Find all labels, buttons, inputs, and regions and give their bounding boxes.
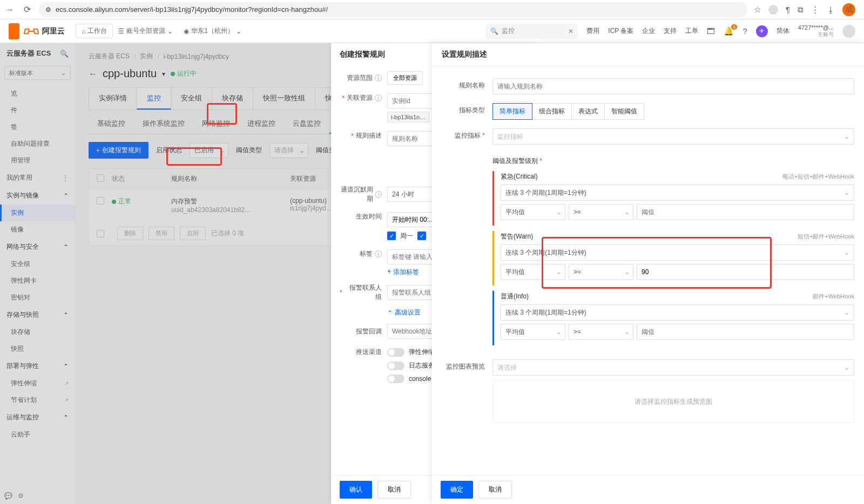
user-avatar-icon[interactable] xyxy=(842,25,855,38)
sidebar-cat-net[interactable]: 网络与安全⌃ xyxy=(0,238,75,256)
tab-snapgroup[interactable]: 快照一致性组 xyxy=(253,87,315,110)
preview-select[interactable]: 请选择⌄ xyxy=(492,359,854,376)
lang-switch[interactable]: 简体 xyxy=(777,26,789,36)
product-logo-icon[interactable] xyxy=(9,23,19,39)
enable-select[interactable]: 已启用 xyxy=(190,143,228,158)
type-combo[interactable]: 组合指标 xyxy=(532,103,572,120)
profile-avatar[interactable]: 成 xyxy=(842,3,855,16)
info-period-select[interactable]: 连续 3 个周期(1周期=1分钟)⌄ xyxy=(501,304,854,321)
sidebar-common[interactable]: 我的常用⋮ xyxy=(0,169,75,187)
crit-period-select[interactable]: 连续 3 个周期(1周期=1分钟)⌄ xyxy=(501,185,854,201)
sidebar-cat-ops[interactable]: 运维与监控⌃ xyxy=(0,408,75,426)
bc-item[interactable]: 实例 xyxy=(140,52,153,61)
push-switch-scaling[interactable] xyxy=(387,348,404,357)
add-tag-link[interactable]: +添加标签 xyxy=(387,268,419,277)
sidebar-item[interactable]: 自助问题排查 xyxy=(0,135,75,152)
stab-net[interactable]: 网络监控 xyxy=(193,114,239,134)
sidebar-cat-snap[interactable]: 存储与快照⌃ xyxy=(0,306,75,324)
rule-name-input[interactable] xyxy=(492,78,854,94)
header-search[interactable]: 🔍 监控 ✕ xyxy=(486,24,578,39)
brand[interactable]: 阿里云 xyxy=(24,26,65,37)
warn-cmp-select[interactable]: >= xyxy=(569,264,633,280)
info-val-input[interactable] xyxy=(637,324,854,340)
workbench-link[interactable]: ⌂工作台 xyxy=(76,24,113,38)
batch-delete-button[interactable]: 删除 xyxy=(117,227,143,240)
sidebar-item[interactable]: 览 xyxy=(0,85,75,102)
sidebar-item[interactable]: 弹性伸缩↗ xyxy=(0,375,75,392)
title-dropdown-icon[interactable]: ▾ xyxy=(162,70,165,78)
feedback-icon[interactable]: 💬 xyxy=(4,492,12,500)
batch-disable-button[interactable]: 禁用 xyxy=(148,227,174,240)
checkbox-mon[interactable]: ✓ xyxy=(387,231,396,240)
extension-icon[interactable]: ⧉ xyxy=(798,5,804,15)
link-enterprise[interactable]: 企业 xyxy=(642,26,655,36)
help-icon[interactable]: ? xyxy=(742,26,747,36)
tab-block[interactable]: 块存储 xyxy=(212,87,253,110)
sidebar-cat-instance[interactable]: 实例与镜像⌃ xyxy=(0,187,75,205)
checkbox[interactable] xyxy=(97,197,104,205)
resource-chip[interactable]: i-bp13iis1n… xyxy=(387,112,429,122)
sidebar-item[interactable]: 弹性网卡 xyxy=(0,273,75,289)
checkbox-all[interactable] xyxy=(97,174,104,182)
warn-val-input[interactable] xyxy=(637,264,854,280)
version-select[interactable]: 标准版本⌄ xyxy=(4,66,71,80)
link-support[interactable]: 支持 xyxy=(664,26,677,36)
push-switch-console[interactable] xyxy=(387,374,404,383)
menu-icon[interactable]: ⋮ xyxy=(811,5,819,15)
sidebar-item[interactable]: 签 xyxy=(0,119,75,135)
nav-forward-icon[interactable]: → xyxy=(4,4,15,15)
drawer1-cancel-button[interactable]: 取消 xyxy=(377,481,411,499)
sidebar-search-icon[interactable]: 🔍 xyxy=(60,50,69,58)
crit-val-input[interactable] xyxy=(637,204,854,220)
bc-item[interactable]: 云服务器 ECS xyxy=(89,52,130,61)
assistant-icon[interactable]: ✈ xyxy=(756,25,768,37)
account-scope[interactable]: ☰账号全部资源⌄ xyxy=(113,24,178,38)
stab-basic[interactable]: 基础监控 xyxy=(89,114,134,134)
sidebar-item-instance[interactable]: 实例 xyxy=(0,205,75,221)
drawer1-ok-button[interactable]: 确认 xyxy=(340,481,372,499)
create-rule-button[interactable]: +创建报警规则 xyxy=(89,142,148,159)
push-switch-log[interactable] xyxy=(387,362,404,370)
info-op-select[interactable]: 平均值 xyxy=(501,324,565,340)
warn-period-select[interactable]: 连续 3 个周期(1周期=1分钟)⌄ xyxy=(501,244,854,261)
sidebar-item[interactable]: 密钥对 xyxy=(0,289,75,306)
type-simple[interactable]: 简单指标 xyxy=(492,103,532,120)
tab-detail[interactable]: 实例详情 xyxy=(89,87,137,110)
back-icon[interactable]: ← xyxy=(89,69,97,79)
clear-search-icon[interactable]: ✕ xyxy=(568,28,573,35)
dot-icon[interactable] xyxy=(768,5,778,15)
link-icp[interactable]: ICP 备案 xyxy=(608,26,633,36)
drawer2-ok-button[interactable]: 确定 xyxy=(441,481,473,499)
checkbox[interactable]: ✓ xyxy=(417,231,426,240)
type-ai[interactable]: 智能阈值 xyxy=(604,103,644,120)
batch-enable-button[interactable]: 启用 xyxy=(180,227,206,240)
nav-reload-icon[interactable]: ⟳ xyxy=(22,4,32,15)
info-cmp-select[interactable]: >= xyxy=(569,324,633,340)
type-expr[interactable]: 表达式 xyxy=(571,103,605,120)
thresh-select[interactable]: 请选择 xyxy=(269,143,308,158)
bell-icon[interactable]: 🔔6 xyxy=(724,26,734,36)
scope-button[interactable]: 全部资源 xyxy=(387,71,423,85)
translate-icon[interactable]: ¶ xyxy=(786,5,790,14)
metric-select[interactable]: 监控指标⌄ xyxy=(492,128,854,145)
tab-monitor[interactable]: 监控 xyxy=(137,87,171,110)
announce-icon[interactable]: 🗔 xyxy=(707,26,715,36)
settings-icon[interactable]: ⚙ xyxy=(18,492,24,500)
tab-secgroup[interactable]: 安全组 xyxy=(171,87,212,110)
sidebar-item[interactable]: 节省计划↗ xyxy=(0,392,75,408)
sidebar-item[interactable]: 块存储 xyxy=(0,324,75,340)
stab-disk[interactable]: 云盘监控 xyxy=(284,114,329,134)
crit-cmp-select[interactable]: >= xyxy=(569,204,633,220)
sidebar-item[interactable]: 安全组 xyxy=(0,256,75,273)
sidebar-cat-deploy[interactable]: 部署与弹性⌃ xyxy=(0,357,75,375)
account-info[interactable]: 4727*****@... 主账号 xyxy=(798,24,834,38)
download-icon[interactable]: ⭳ xyxy=(827,5,835,14)
stab-proc[interactable]: 进程监控 xyxy=(239,114,284,134)
checkbox-footer[interactable] xyxy=(97,230,104,237)
sidebar-item-image[interactable]: 镜像 xyxy=(0,221,75,238)
drawer2-cancel-button[interactable]: 取消 xyxy=(478,481,512,499)
region-selector[interactable]: ◉华东1（杭州）⌄ xyxy=(178,24,247,38)
link-ticket[interactable]: 工单 xyxy=(685,26,698,36)
sidebar-item[interactable]: 件 xyxy=(0,102,75,119)
stab-os[interactable]: 操作系统监控 xyxy=(134,114,193,134)
